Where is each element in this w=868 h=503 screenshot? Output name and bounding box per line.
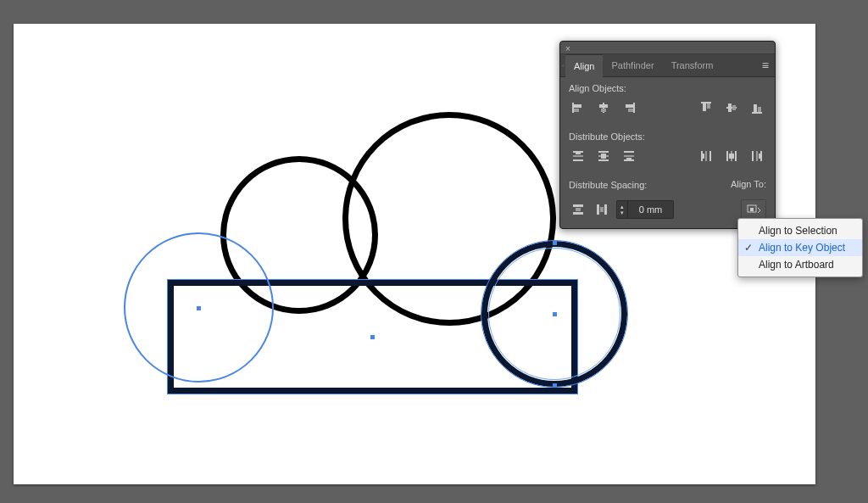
svg-rect-37 <box>729 154 734 159</box>
tab-label: Transform <box>671 60 714 70</box>
align-to-key-object-icon <box>746 203 761 216</box>
svg-rect-41 <box>759 154 762 159</box>
menu-item-align-to-artboard[interactable]: Align to Artboard <box>738 256 862 273</box>
svg-rect-1 <box>574 104 581 108</box>
section-title: Align Objects: <box>569 83 766 93</box>
distribute-vcenter-icon[interactable] <box>594 147 613 165</box>
svg-rect-39 <box>756 151 758 161</box>
svg-rect-16 <box>754 104 757 112</box>
svg-rect-17 <box>758 107 761 112</box>
distribute-bottom-icon[interactable] <box>620 147 638 165</box>
svg-rect-36 <box>735 151 737 161</box>
close-icon[interactable]: × <box>565 44 570 53</box>
svg-rect-31 <box>705 151 707 161</box>
svg-rect-25 <box>601 154 606 159</box>
align-bottom-icon[interactable] <box>748 98 766 117</box>
section-title: Align To: <box>731 179 766 189</box>
menu-item-align-to-key-object[interactable]: ✓ Align to Key Object <box>738 239 862 256</box>
svg-rect-44 <box>576 208 581 211</box>
svg-rect-26 <box>624 151 634 153</box>
panel-menu-icon[interactable]: ≡ <box>755 59 775 72</box>
svg-rect-13 <box>728 103 732 112</box>
svg-rect-38 <box>752 151 754 161</box>
svg-rect-10 <box>703 103 706 111</box>
svg-rect-0 <box>572 103 574 113</box>
svg-rect-9 <box>701 102 711 103</box>
check-icon: ✓ <box>744 242 753 254</box>
selection-handle[interactable] <box>553 383 557 388</box>
selection-handle[interactable] <box>370 335 375 339</box>
svg-rect-21 <box>576 151 581 154</box>
svg-rect-14 <box>732 105 736 110</box>
distribute-left-icon[interactable] <box>697 147 715 165</box>
section-title: Distribute Objects: <box>569 131 766 142</box>
selection-handle[interactable] <box>553 312 557 316</box>
menu-item-label: Align to Artboard <box>759 259 834 271</box>
svg-rect-32 <box>709 151 711 161</box>
align-to-dropdown: Align to Selection ✓ Align to Key Object… <box>737 218 863 277</box>
align-right-icon[interactable] <box>620 98 638 117</box>
stepper-icon[interactable]: ▴▾ <box>617 201 628 218</box>
svg-rect-45 <box>597 204 599 215</box>
align-top-icon[interactable] <box>697 98 715 117</box>
panel-titlebar[interactable]: × <box>560 42 775 54</box>
svg-rect-49 <box>750 208 754 211</box>
svg-rect-43 <box>573 212 583 215</box>
tab-transform[interactable]: Transform <box>663 54 722 76</box>
align-hcenter-icon[interactable] <box>594 98 613 117</box>
tab-label: Pathfinder <box>611 60 654 70</box>
svg-rect-20 <box>573 159 583 161</box>
align-panel: × ◦ Align Pathfinder Transform ≡ Align O… <box>559 41 776 229</box>
section-distribute-objects: Distribute Objects: <box>560 126 775 174</box>
selection-handle[interactable] <box>553 241 557 245</box>
section-title: Distribute Spacing: <box>569 180 726 190</box>
selection-handle[interactable] <box>197 306 201 310</box>
align-to-button[interactable] <box>741 199 766 220</box>
space-horizontal-icon[interactable] <box>593 200 611 219</box>
svg-rect-33 <box>701 154 704 159</box>
distribute-top-icon[interactable] <box>569 147 587 165</box>
svg-rect-15 <box>752 112 762 114</box>
svg-rect-29 <box>626 158 632 161</box>
menu-item-label: Align to Key Object <box>759 242 845 254</box>
svg-rect-42 <box>573 204 583 207</box>
svg-rect-24 <box>598 159 609 161</box>
svg-rect-6 <box>633 103 635 113</box>
align-left-icon[interactable] <box>569 98 587 117</box>
svg-rect-19 <box>573 155 583 157</box>
distribute-right-icon[interactable] <box>748 147 766 165</box>
svg-rect-46 <box>604 204 607 215</box>
svg-rect-11 <box>707 103 710 109</box>
spacing-input[interactable]: ▴▾ 0 mm <box>616 200 674 219</box>
svg-rect-7 <box>626 104 633 108</box>
spacing-value: 0 mm <box>628 204 673 215</box>
svg-rect-2 <box>574 109 579 112</box>
menu-item-label: Align to Selection <box>759 225 837 237</box>
svg-rect-8 <box>628 109 633 112</box>
panel-tabs: ◦ Align Pathfinder Transform ≡ <box>560 54 775 77</box>
section-align-objects: Align Objects: <box>560 77 775 126</box>
align-vcenter-icon[interactable] <box>722 98 741 117</box>
svg-rect-5 <box>601 109 606 112</box>
svg-rect-27 <box>624 155 634 157</box>
menu-item-align-to-selection[interactable]: Align to Selection <box>738 222 862 239</box>
svg-rect-22 <box>598 151 609 153</box>
tab-align[interactable]: Align <box>565 54 603 77</box>
tab-pathfinder[interactable]: Pathfinder <box>603 54 662 76</box>
svg-rect-47 <box>600 207 604 212</box>
svg-rect-34 <box>726 151 728 161</box>
tab-label: Align <box>574 61 594 71</box>
svg-rect-4 <box>599 104 608 108</box>
distribute-hcenter-icon[interactable] <box>722 147 741 165</box>
space-vertical-icon[interactable] <box>569 200 587 219</box>
